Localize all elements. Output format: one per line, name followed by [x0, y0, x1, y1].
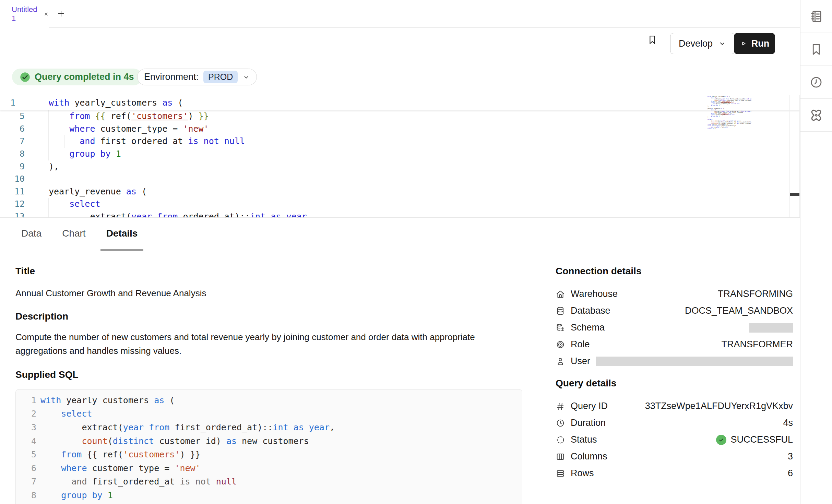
dbt-icon — [809, 108, 823, 122]
line-number: 2 — [20, 407, 36, 420]
environment-value-chip: PROD — [203, 71, 238, 83]
supplied-sql-line: 4 count(distinct customer_id) as new_cus… — [20, 434, 522, 448]
tab-untitled-1[interactable]: Untitled 1 — [0, 0, 49, 28]
code-line: count(distinct customer_id) as new_custo… — [40, 435, 309, 448]
tab-details[interactable]: Details — [100, 218, 144, 251]
connection-row-warehouse: WarehouseTRANSFORMING — [556, 286, 793, 302]
connection-row-database: DatabaseDOCS_TEAM_SANDBOX — [556, 302, 793, 319]
editor-line[interactable]: 8 group by 1 — [0, 148, 800, 160]
code-line: select — [49, 198, 100, 210]
query-row-duration: Duration4s — [556, 415, 793, 431]
row-value: 3 — [788, 451, 793, 462]
develop-label: Develop — [679, 38, 713, 49]
title-heading: Title — [15, 265, 522, 277]
code-line: with yearly_customers as ( — [49, 97, 183, 109]
editor-line[interactable]: 6 where customer_type = 'new' — [0, 123, 800, 135]
sidebar-button-dbt[interactable] — [800, 99, 832, 132]
rows-icon — [556, 469, 565, 478]
sql-editor[interactable]: 1 with yearly_customers as ( 5 from {{ r… — [0, 95, 800, 217]
chevron-down-icon — [242, 73, 250, 81]
new-tab-button[interactable] — [57, 9, 66, 18]
line-number: 7 — [20, 475, 36, 488]
editor-line[interactable]: 12 select — [0, 198, 800, 211]
query-row-rows: Rows6 — [556, 465, 793, 482]
line-number: 12 — [0, 198, 25, 210]
bookmark-icon[interactable] — [647, 34, 658, 46]
environment-selector[interactable]: Environment: PROD — [137, 69, 257, 85]
line-number: 13 — [0, 211, 25, 217]
line-number: 11 — [0, 185, 25, 198]
connection-details-panel: Connection details WarehouseTRANSFORMING… — [556, 251, 793, 482]
row-label: Schema — [571, 322, 605, 333]
result-tab-bar: DataChartDetails — [0, 217, 800, 251]
editor-minimap[interactable]: with yearly_customers as ( select extrac… — [708, 96, 751, 129]
line-number: 6 — [20, 462, 36, 475]
row-label: Rows — [571, 468, 594, 479]
row-label: Duration — [571, 418, 606, 428]
sidebar-button-notebook[interactable] — [800, 0, 832, 33]
notebook-icon — [809, 9, 823, 24]
supplied-sql-line: 2 select — [20, 407, 522, 421]
run-button[interactable]: Run — [734, 33, 775, 54]
line-number: 6 — [0, 123, 25, 135]
connection-row-user: User — [556, 353, 793, 370]
row-label: User — [571, 356, 590, 367]
line-number: 10 — [0, 173, 25, 185]
redacted-value — [596, 357, 793, 366]
line-number: 3 — [20, 421, 36, 434]
history-icon — [809, 75, 823, 89]
supplied-sql-line: 5 from {{ ref('customers') }} — [20, 448, 522, 461]
query-row-columns: Columns3 — [556, 448, 793, 465]
description-value: Compute the number of new customers and … — [15, 330, 485, 358]
code-line: where customer_type = 'new' — [40, 462, 201, 475]
sidebar-button-bookmark[interactable] — [800, 33, 832, 66]
query-row-status: StatusSUCCESSFUL — [556, 431, 793, 448]
user-icon — [556, 357, 565, 366]
success-check-icon — [716, 435, 726, 445]
row-value: TRANSFORMING — [718, 289, 793, 299]
supplied-sql-code-block: 1with yearly_customers as (2 select3 ext… — [15, 389, 522, 504]
supplied-sql-line: 8 group by 1 — [20, 489, 522, 502]
connection-details-heading: Connection details — [556, 265, 793, 277]
clock-icon — [556, 418, 565, 428]
sticky-scroll-line: 1 with yearly_customers as ( — [0, 95, 800, 110]
code-line: group by 1 — [40, 489, 113, 502]
close-icon[interactable] — [44, 11, 49, 17]
editor-line[interactable]: 13 extract(year from ordered_at)::int as… — [0, 211, 800, 217]
line-number: 1 — [20, 394, 36, 407]
database-icon — [556, 306, 565, 316]
supplied-sql-line: 9), — [20, 502, 522, 504]
supplied-sql-line: 1with yearly_customers as ( — [20, 394, 522, 407]
row-label: Columns — [571, 451, 607, 462]
editor-line[interactable]: 11yearly_revenue as ( — [0, 185, 800, 198]
details-panel: Title Annual Customer Growth and Revenue… — [15, 251, 522, 504]
develop-button[interactable]: Develop — [670, 33, 735, 54]
editor-line[interactable]: 5 from {{ ref('customers') }} — [0, 110, 800, 123]
check-circle-icon — [20, 72, 30, 82]
indent-guide — [48, 198, 49, 217]
row-label: Role — [571, 339, 590, 350]
scrollbar-thumb[interactable] — [790, 193, 799, 196]
editor-line[interactable]: 7 and first_ordered_at is not null — [0, 135, 800, 148]
connection-row-schema: Schema — [556, 319, 793, 336]
editor-scrollbar[interactable] — [789, 95, 800, 217]
row-value: 33TZseWpe1ALFDUYerxR1gVKxbv — [645, 401, 793, 411]
schema-icon — [556, 323, 565, 333]
code-line: from {{ ref('customers') }} — [49, 110, 209, 122]
tab-data[interactable]: Data — [15, 218, 47, 251]
query-row-query-id: Query ID33TZseWpe1ALFDUYerxR1gVKxbv — [556, 398, 793, 415]
row-label: Database — [571, 305, 610, 316]
sidebar-button-history[interactable] — [800, 66, 832, 99]
title-value: Annual Customer Growth and Revenue Analy… — [15, 286, 522, 300]
line-number: 7 — [0, 135, 25, 147]
tab-chart[interactable]: Chart — [56, 218, 91, 251]
editor-line[interactable]: 10 — [0, 173, 800, 185]
code-line: where customer_type = 'new' — [49, 123, 209, 135]
code-line: extract(year from ordered_at)::int as ye… — [49, 211, 312, 217]
supplied-sql-line: 6 where customer_type = 'new' — [20, 461, 522, 475]
row-label: Warehouse — [571, 289, 618, 299]
editor-line[interactable]: 9), — [0, 160, 800, 173]
line-number: 5 — [0, 110, 25, 122]
code-line: yearly_revenue as ( — [49, 185, 147, 198]
status-icon — [556, 435, 565, 445]
